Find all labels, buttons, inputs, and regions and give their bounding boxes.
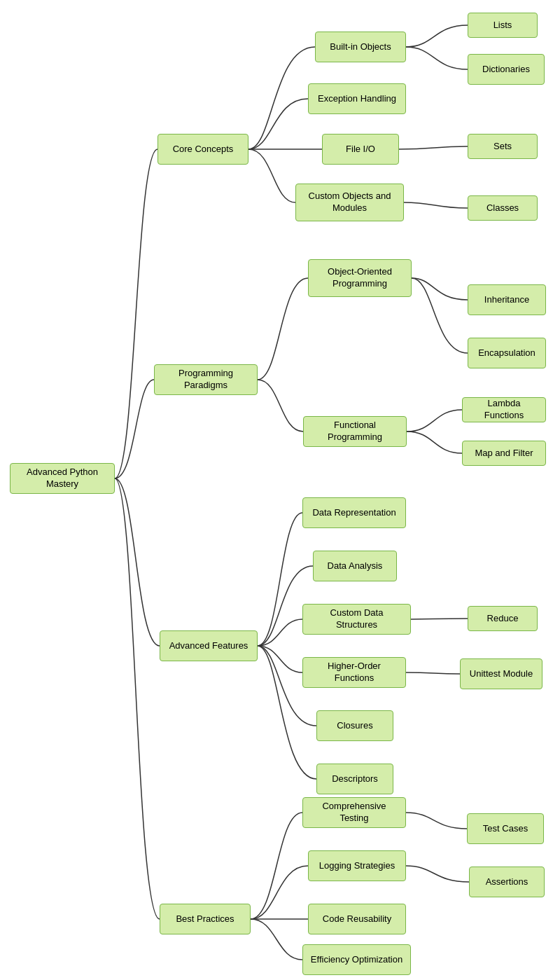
node-efficiency-optimization[interactable]: Efficiency Optimization: [302, 944, 411, 975]
node-custom-objects[interactable]: Custom Objects and Modules: [295, 184, 404, 221]
node-assertions[interactable]: Assertions: [469, 867, 545, 897]
node-root[interactable]: Advanced Python Mastery: [10, 463, 115, 494]
node-code-reusability[interactable]: Code Reusability: [308, 904, 406, 934]
node-inheritance[interactable]: Inheritance: [468, 284, 546, 315]
node-best-practices[interactable]: Best Practices: [160, 904, 251, 934]
node-file-io[interactable]: File I/O: [322, 134, 399, 165]
node-higher-order-functions[interactable]: Higher-Order Functions: [302, 657, 406, 688]
node-test-cases[interactable]: Test Cases: [467, 813, 544, 844]
node-data-representation[interactable]: Data Representation: [302, 497, 406, 528]
node-lambda-functions[interactable]: Lambda Functions: [462, 397, 546, 422]
node-oo-programming[interactable]: Object-Oriented Programming: [308, 259, 412, 297]
node-reduce[interactable]: Reduce: [468, 606, 538, 631]
node-advanced-features[interactable]: Advanced Features: [160, 630, 258, 661]
node-map-filter[interactable]: Map and Filter: [462, 441, 546, 466]
node-lists[interactable]: Lists: [468, 13, 538, 38]
node-closures[interactable]: Closures: [316, 710, 393, 741]
node-dictionaries[interactable]: Dictionaries: [468, 54, 545, 85]
node-custom-data-structures[interactable]: Custom Data Structures: [302, 604, 411, 635]
node-comprehensive-testing[interactable]: Comprehensive Testing: [302, 797, 406, 828]
node-exception-handling[interactable]: Exception Handling: [308, 83, 406, 114]
node-sets[interactable]: Sets: [468, 134, 538, 159]
node-unittest-module[interactable]: Unittest Module: [460, 658, 542, 689]
node-logging-strategies[interactable]: Logging Strategies: [308, 850, 406, 881]
node-data-analysis[interactable]: Data Analysis: [313, 551, 397, 581]
node-classes[interactable]: Classes: [468, 195, 538, 221]
node-builtin-objects[interactable]: Built-in Objects: [315, 32, 406, 62]
node-programming-paradigms[interactable]: Programming Paradigms: [154, 364, 258, 395]
node-encapsulation[interactable]: Encapsulation: [468, 338, 546, 368]
node-descriptors[interactable]: Descriptors: [316, 764, 393, 794]
node-functional-programming[interactable]: Functional Programming: [303, 416, 407, 447]
node-core-concepts[interactable]: Core Concepts: [158, 134, 248, 165]
